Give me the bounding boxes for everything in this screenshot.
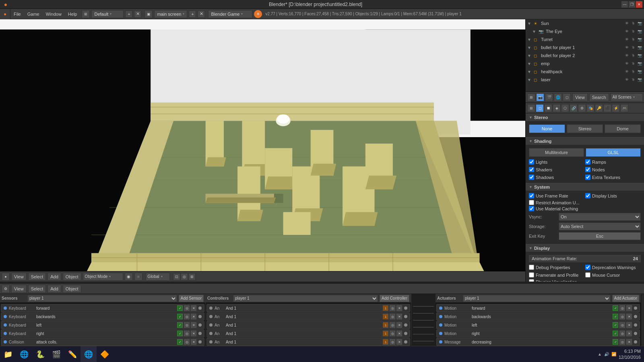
scene-icon-12[interactable]: 🎮 xyxy=(620,104,628,112)
controllers-player-select[interactable]: player 1 xyxy=(233,295,378,302)
taskbar-icon-6[interactable]: 🌐 xyxy=(80,346,97,362)
scene-icon-9[interactable]: 🔑 xyxy=(595,104,603,112)
debug-props-label[interactable]: Debug Properties xyxy=(529,265,584,270)
snap-icon[interactable]: ⊡ xyxy=(173,273,180,280)
display-lists-checkbox[interactable] xyxy=(585,193,590,198)
scenes-dropdown[interactable]: All Scenes ▾ xyxy=(611,93,643,101)
nodes-checkbox-label[interactable]: Nodes xyxy=(585,167,641,172)
outliner-item[interactable]: ▼ ☀ Sun 👁 🖱 📷 xyxy=(526,19,644,27)
props-obj-icon[interactable]: ◻ xyxy=(563,93,571,101)
taskbar-icon-4[interactable]: 🎬 xyxy=(48,346,64,362)
props-render-icon[interactable]: 🎬 xyxy=(545,93,553,101)
proportional-icon[interactable]: ◎ xyxy=(181,273,188,280)
outliner-item[interactable]: ▼ ◻ bullet for player 2 👁 🖱 📷 xyxy=(526,51,644,60)
glsl-btn[interactable]: GLSL xyxy=(586,148,641,157)
stereo-none-btn[interactable]: None xyxy=(529,124,565,133)
scene-icon-10[interactable]: ⬛ xyxy=(603,104,611,112)
scene-icon-8[interactable]: 🎭 xyxy=(586,104,594,112)
layout-selector[interactable]: Default ▾ xyxy=(91,10,124,18)
shaders-checkbox-label[interactable]: Shaders xyxy=(529,167,584,172)
engine-selector[interactable]: Blender Game ▾ xyxy=(208,10,252,18)
add-controller-btn[interactable]: Add Controller xyxy=(380,295,409,302)
blender-taskbar-icon[interactable]: 🔶 xyxy=(97,346,113,362)
outliner-item[interactable]: ▼ ◻ Turret 👁 🖱 📷 xyxy=(526,35,644,43)
add-sensor-btn[interactable]: Add Sensor xyxy=(179,295,204,302)
scene-icon-7[interactable]: ⚙ xyxy=(578,104,586,112)
props-scene-icon[interactable]: ⊞ xyxy=(527,93,535,101)
sensors-player-select[interactable]: player 1 xyxy=(27,295,177,302)
use-frame-rate-label[interactable]: Use Frame Rate xyxy=(529,193,584,198)
exit-key-button[interactable]: Esc xyxy=(559,232,641,240)
menu-item-file[interactable]: File xyxy=(10,9,24,19)
screen-add-button[interactable]: + xyxy=(125,10,132,18)
scene-icon-11[interactable]: ⚡ xyxy=(612,104,620,112)
system-header[interactable]: System xyxy=(526,183,644,191)
scene-icon-4[interactable]: ◈ xyxy=(553,104,561,112)
props-camera-icon[interactable]: 📷 xyxy=(536,93,544,101)
viewport-object-button[interactable]: Object xyxy=(63,273,81,281)
viewport-add-button[interactable]: Add xyxy=(47,273,61,281)
right-scrollbar[interactable] xyxy=(641,294,644,353)
taskbar-icon-5[interactable]: ✏️ xyxy=(64,346,80,362)
shadows-checkbox[interactable] xyxy=(529,175,534,180)
screen-name[interactable]: main screen ▾ xyxy=(154,10,187,18)
scene-icon-3[interactable]: 🔲 xyxy=(544,104,552,112)
shaders-checkbox[interactable] xyxy=(529,167,534,172)
outliner-item[interactable]: ▼ ◻ healthpack 👁 🖱 📷 xyxy=(526,68,644,76)
taskbar-icon-1[interactable]: 📁 xyxy=(0,346,16,362)
outliner[interactable]: ▼ ☀ Sun 👁 🖱 📷 ▼ 📷 The Eye 👁 🖱 📷 ▼ ◻ Turr… xyxy=(526,19,644,92)
restrict-anim-checkbox[interactable] xyxy=(529,200,534,205)
actuators-player-select[interactable]: player 1 xyxy=(463,295,611,302)
minimize-button[interactable]: — xyxy=(621,1,628,8)
scene-icon-1[interactable]: ⊞ xyxy=(527,104,535,112)
transform-orientation[interactable]: Global ▾ xyxy=(146,273,170,281)
framerate-profile-label[interactable]: Framerate and Profile xyxy=(529,272,584,278)
screen-add2-button[interactable]: + xyxy=(189,10,196,18)
logic-select-btn[interactable]: Select xyxy=(28,285,46,293)
shadows-checkbox-label[interactable]: Shadows xyxy=(529,175,584,180)
outliner-item[interactable]: ▼ ◻ laser 👁 🖱 📷 xyxy=(526,76,644,84)
add-actuator-btn[interactable]: Add Actuator xyxy=(612,295,639,302)
ramps-checkbox[interactable] xyxy=(585,159,590,165)
menu-item-help[interactable]: Help xyxy=(65,9,80,19)
mode-selector[interactable]: Object Mode ▾ xyxy=(83,273,123,281)
multitexture-btn[interactable]: Multitexture xyxy=(529,148,584,157)
screen-remove-button[interactable]: ✕ xyxy=(134,10,141,18)
outliner-item[interactable]: ▼ 📷 The Eye 👁 🖱 📷 xyxy=(526,27,644,35)
stereo-dome-btn[interactable]: Dome xyxy=(605,124,641,133)
3d-viewport[interactable]: ● View Select Add Object Object Mode ▾ ◉… xyxy=(0,19,525,282)
outliner-item[interactable]: ▼ ◻ bullet for player 1 👁 🖱 📷 xyxy=(526,43,644,51)
vsync-select[interactable]: On Off Adaptive xyxy=(559,213,641,221)
mouse-cursor-checkbox[interactable] xyxy=(585,272,590,278)
viewport-shading-icon[interactable]: ◉ xyxy=(125,273,133,281)
lights-checkbox-label[interactable]: Lights xyxy=(529,159,584,165)
logic-object-btn[interactable]: Object xyxy=(63,285,81,293)
viewport-overlay-icon[interactable]: ○ xyxy=(134,273,142,281)
mouse-cursor-label[interactable]: Mouse Cursor xyxy=(585,272,641,278)
close-button[interactable]: ✕ xyxy=(636,1,642,8)
restore-button[interactable]: ❐ xyxy=(629,1,635,8)
taskbar-icon-3[interactable]: 🐍 xyxy=(32,346,48,362)
use-material-caching-checkbox[interactable] xyxy=(529,206,534,211)
menu-item-game[interactable]: Game xyxy=(24,9,43,19)
extra-textures-checkbox-label[interactable]: Extra Textures xyxy=(585,175,641,180)
deprecation-warnings-label[interactable]: Deprecation Warnings xyxy=(585,265,641,270)
viewport-view-button[interactable]: View xyxy=(11,273,27,281)
framerate-profile-checkbox[interactable] xyxy=(529,272,534,278)
outliner-item[interactable]: ▼ ◻ emp 👁 🖱 📷 xyxy=(526,60,644,68)
use-frame-rate-checkbox[interactable] xyxy=(529,193,534,198)
display-lists-label[interactable]: Display Lists xyxy=(585,193,641,198)
scene-icon-5[interactable]: ⬡ xyxy=(561,104,569,112)
shading-header[interactable]: Shading xyxy=(526,137,644,145)
debug-props-checkbox[interactable] xyxy=(529,265,534,270)
extra-textures-checkbox[interactable] xyxy=(585,175,590,180)
storage-select[interactable]: Auto Select Vertex Buffer Object Vertex … xyxy=(559,222,641,230)
display-header[interactable]: Display xyxy=(526,244,644,252)
logic-add-btn[interactable]: Add xyxy=(47,285,61,293)
lights-checkbox[interactable] xyxy=(529,159,534,165)
taskbar-icon-2[interactable]: 🌐 xyxy=(16,346,32,362)
logic-view-btn[interactable]: View xyxy=(11,285,27,293)
scene-icon-6[interactable]: 🔗 xyxy=(570,104,578,112)
use-material-caching-label[interactable]: Use Material Caching xyxy=(529,206,641,211)
stereo-stereo-btn[interactable]: Stereo xyxy=(567,124,603,133)
